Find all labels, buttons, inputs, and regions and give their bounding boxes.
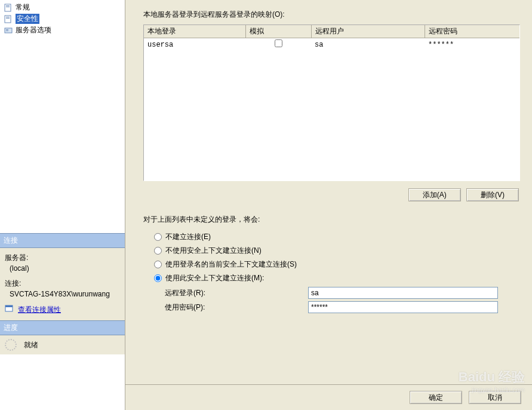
server-label: 服务器: (5, 253, 120, 263)
login-mapping-grid[interactable]: 本地登录 模拟 远程用户 远程密码 usersa sa ****** (143, 25, 520, 181)
connection-value: SVCTAG-1S4Y83X\wurunwang (10, 290, 120, 298)
page-icon (4, 14, 13, 24)
tree-item-general[interactable]: 常规 (2, 2, 122, 13)
svg-rect-3 (5, 16, 11, 23)
use-password-input[interactable] (308, 301, 498, 313)
svg-rect-0 (5, 4, 11, 11)
progress-row: 就绪 (0, 335, 125, 354)
radio-no-connect[interactable]: 不建立连接(E) (154, 232, 520, 242)
spinner-icon (5, 339, 17, 351)
undefined-login-label: 对于上面列表中未定义的登录，将会: (143, 215, 520, 225)
svg-rect-5 (6, 18, 10, 19)
impersonate-checkbox[interactable] (275, 39, 282, 47)
col-local-login[interactable]: 本地登录 (144, 25, 245, 38)
server-icon (4, 26, 13, 35)
dialog-footer: 确定 取消 (125, 384, 532, 410)
tree-item-server-options[interactable]: 服务器选项 (2, 25, 122, 36)
remote-login-input[interactable] (308, 287, 498, 299)
col-remote-user[interactable]: 远程用户 (311, 25, 425, 38)
use-password-label: 使用密码(P): (165, 302, 308, 313)
progress-header: 进度 (0, 320, 125, 335)
connection-body: 服务器: (local) 连接: SVCTAG-1S4Y83X\wurunwan… (0, 248, 125, 320)
tree-label: 服务器选项 (16, 25, 51, 35)
tree-label: 常规 (16, 2, 30, 13)
properties-icon (5, 304, 14, 316)
nav-tree: 常规 安全性 服务器选项 (0, 0, 125, 233)
svg-rect-1 (6, 5, 10, 6)
radio-current-security[interactable]: 使用登录名的当前安全上下文建立连接(S) (154, 259, 520, 270)
progress-status: 就绪 (24, 340, 38, 350)
connection-mode-radios: 不建立连接(E) 不使用安全上下文建立连接(N) 使用登录名的当前安全上下文建立… (154, 232, 520, 283)
svg-rect-4 (6, 17, 10, 17)
svg-rect-8 (6, 30, 8, 31)
cell-remote-pwd[interactable]: ****** (425, 38, 519, 51)
ok-button[interactable]: 确定 (410, 391, 462, 404)
cell-local[interactable]: usersa (144, 38, 245, 51)
col-remote-password[interactable]: 远程密码 (425, 25, 519, 38)
remote-login-label: 远程登录(R): (165, 288, 308, 298)
delete-button[interactable]: 删除(V) (466, 188, 519, 201)
mapping-intro: 本地服务器登录到远程服务器登录的映射(O): (143, 10, 520, 20)
svg-rect-7 (6, 29, 8, 30)
add-button[interactable]: 添加(A) (408, 188, 461, 201)
cell-impersonate[interactable] (245, 38, 311, 51)
tree-label: 安全性 (16, 14, 39, 24)
connection-header: 连接 (0, 233, 125, 248)
view-connection-properties-link[interactable]: 查看连接属性 (18, 305, 61, 315)
radio-use-this-security[interactable]: 使用此安全上下文建立连接(M): (154, 273, 520, 283)
svg-rect-10 (5, 305, 13, 307)
radio-no-security[interactable]: 不使用安全上下文建立连接(N) (154, 246, 520, 256)
page-icon (4, 3, 13, 13)
cancel-button[interactable]: 取消 (469, 391, 521, 404)
server-value: (local) (10, 264, 120, 273)
svg-rect-2 (6, 7, 10, 7)
table-row[interactable]: usersa sa ****** (144, 38, 519, 51)
col-impersonate[interactable]: 模拟 (245, 25, 311, 38)
tree-item-security[interactable]: 安全性 (2, 13, 122, 25)
connection-label: 连接: (5, 279, 120, 289)
cell-remote-user[interactable]: sa (311, 38, 425, 51)
